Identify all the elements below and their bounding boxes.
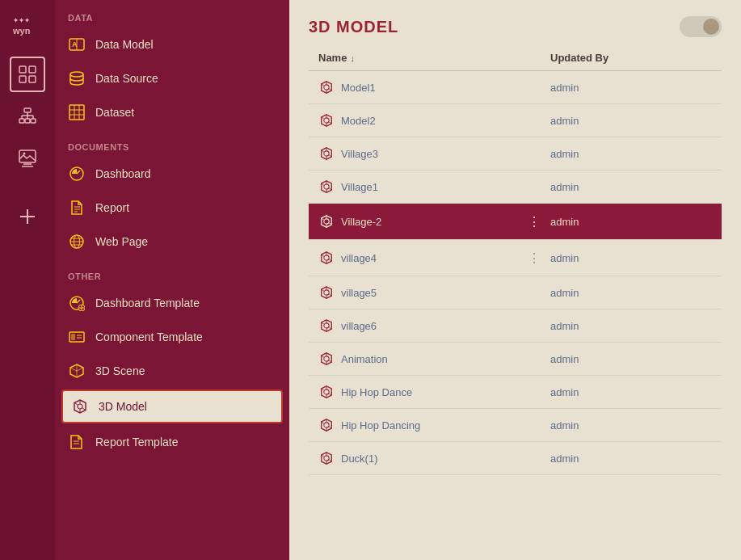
- svg-rect-6: [24, 108, 31, 112]
- data-source-label: Data Source: [95, 72, 158, 85]
- page-title: 3D MODEL: [309, 18, 398, 36]
- component-template-label: Component Template: [95, 331, 203, 343]
- svg-point-16: [23, 153, 26, 155]
- report-label: Report: [95, 201, 129, 214]
- table-row[interactable]: Duck(1) admin: [309, 442, 722, 475]
- main-content: 3D MODEL Name ↓ Updated By Model1 admin: [289, 0, 741, 560]
- report-template-icon: [68, 433, 86, 451]
- dashboard-template-label: Dashboard Template: [95, 297, 200, 309]
- data-model-label: Data Model: [95, 38, 154, 51]
- 3d-model-row-icon: [318, 384, 335, 400]
- row-name-text[interactable]: Animation: [341, 353, 388, 365]
- browse-nav-icon[interactable]: [10, 57, 45, 92]
- table-row[interactable]: village6 admin: [309, 309, 722, 343]
- svg-rect-9: [31, 119, 36, 123]
- sidebar-item-web-page[interactable]: Web Page: [55, 225, 289, 259]
- 3d-model-row-icon: [318, 179, 335, 195]
- row-name-cell: Hip Hop Dancing: [318, 417, 524, 433]
- row-name-text[interactable]: village5: [341, 287, 377, 299]
- sidebar-item-data-source[interactable]: Data Source: [55, 61, 289, 95]
- row-name-cell: Model2: [318, 112, 524, 128]
- svg-point-70: [324, 219, 329, 224]
- svg-point-85: [324, 323, 329, 328]
- more-options-button[interactable]: ⋮: [524, 212, 544, 231]
- sidebar-item-3d-scene[interactable]: 3D Scene: [55, 354, 289, 388]
- svg-point-55: [324, 118, 329, 123]
- row-name-text[interactable]: village4: [341, 252, 377, 264]
- data-section-title: DATA: [55, 0, 289, 27]
- svg-rect-3: [29, 66, 36, 73]
- sidebar-item-dashboard-template[interactable]: Dashboard Template: [55, 286, 289, 320]
- report-template-label: Report Template: [95, 436, 178, 448]
- sidebar-item-component-template[interactable]: Component Template: [55, 320, 289, 354]
- column-updated-header: Updated By: [550, 52, 712, 64]
- row-name-text[interactable]: Village-2: [341, 216, 381, 228]
- row-updated-cell: admin: [550, 181, 712, 193]
- gallery-nav-icon[interactable]: [10, 141, 45, 176]
- svg-text:✦✦✦: ✦✦✦: [13, 17, 30, 24]
- table-row[interactable]: Village3 admin: [309, 137, 722, 171]
- table-header: Name ↓ Updated By: [309, 45, 722, 71]
- svg-point-100: [324, 423, 329, 427]
- row-name-text[interactable]: Model2: [341, 115, 376, 127]
- row-name-text[interactable]: Model1: [341, 82, 376, 94]
- table-row[interactable]: Village-2 ⋮ admin: [309, 204, 722, 240]
- sidebar-item-report[interactable]: Report: [55, 191, 289, 225]
- table-row[interactable]: Animation admin: [309, 343, 722, 376]
- table-row[interactable]: Hip Hop Dance admin: [309, 376, 722, 409]
- svg-rect-5: [29, 76, 36, 82]
- row-name-text[interactable]: Hip Hop Dance: [341, 386, 412, 398]
- sidebar-item-data-model[interactable]: A Data Model: [55, 27, 289, 61]
- svg-rect-44: [71, 334, 75, 340]
- table-row[interactable]: Hip Hop Dancing admin: [309, 409, 722, 442]
- row-name-cell: Animation: [318, 351, 524, 367]
- svg-point-80: [324, 290, 329, 295]
- column-name-header[interactable]: Name ↓: [318, 52, 550, 64]
- table-row[interactable]: Model2 admin: [309, 104, 722, 137]
- table-body: Model1 admin Model2 admin Village3 admin: [309, 71, 722, 475]
- svg-point-95: [324, 389, 329, 394]
- hierarchy-nav-icon[interactable]: [10, 99, 45, 134]
- add-nav-icon[interactable]: [10, 199, 45, 234]
- row-name-text[interactable]: Hip Hop Dancing: [341, 419, 420, 432]
- dashboard-label: Dashboard: [95, 167, 151, 180]
- 3d-model-row-icon: [318, 417, 335, 433]
- svg-point-24: [70, 72, 83, 77]
- icon-bar: ✦✦✦ wyn: [0, 0, 55, 560]
- 3d-model-row-icon: [318, 145, 335, 162]
- sidebar-item-dashboard[interactable]: Dashboard: [55, 157, 289, 191]
- row-name-text[interactable]: Duck(1): [341, 453, 378, 465]
- sidebar-item-3d-model[interactable]: 3D Model: [61, 389, 283, 423]
- table-row[interactable]: Village1 admin: [309, 171, 722, 204]
- 3d-model-label: 3D Model: [99, 400, 147, 413]
- toggle-switch[interactable]: [680, 16, 722, 37]
- more-options-button[interactable]: ⋮: [524, 248, 544, 267]
- row-name-cell: Duck(1): [318, 450, 524, 466]
- 3d-model-row-icon: [318, 213, 335, 229]
- 3d-model-row-icon: [318, 112, 335, 128]
- data-source-icon: [68, 69, 86, 87]
- row-name-text[interactable]: Village3: [341, 148, 378, 160]
- row-updated-cell: admin: [550, 386, 712, 398]
- row-updated-cell: admin: [550, 287, 712, 299]
- row-name-text[interactable]: village6: [341, 320, 377, 332]
- 3d-model-row-icon: [318, 318, 335, 334]
- 3d-model-icon: [71, 398, 89, 415]
- sidebar-item-dataset[interactable]: Dataset: [55, 95, 289, 129]
- table-row[interactable]: village4 ⋮ admin: [309, 240, 722, 276]
- table-row[interactable]: Model1 admin: [309, 71, 722, 104]
- table-row[interactable]: village5 admin: [309, 276, 722, 309]
- sort-arrow-icon: ↓: [350, 53, 355, 63]
- svg-point-60: [324, 151, 329, 156]
- svg-rect-25: [69, 105, 84, 120]
- main-header: 3D MODEL: [289, 0, 741, 45]
- other-section-title: OTHER: [55, 259, 289, 286]
- svg-point-47: [78, 404, 82, 409]
- row-name-cell: Hip Hop Dance: [318, 384, 524, 400]
- sidebar: DATA A Data Model Data Source: [55, 0, 289, 560]
- 3d-model-row-icon: [318, 284, 335, 301]
- row-name-text[interactable]: Village1: [341, 181, 378, 193]
- sidebar-item-report-template[interactable]: Report Template: [55, 425, 289, 459]
- svg-point-90: [324, 356, 329, 361]
- row-name-cell: Village-2: [318, 213, 524, 229]
